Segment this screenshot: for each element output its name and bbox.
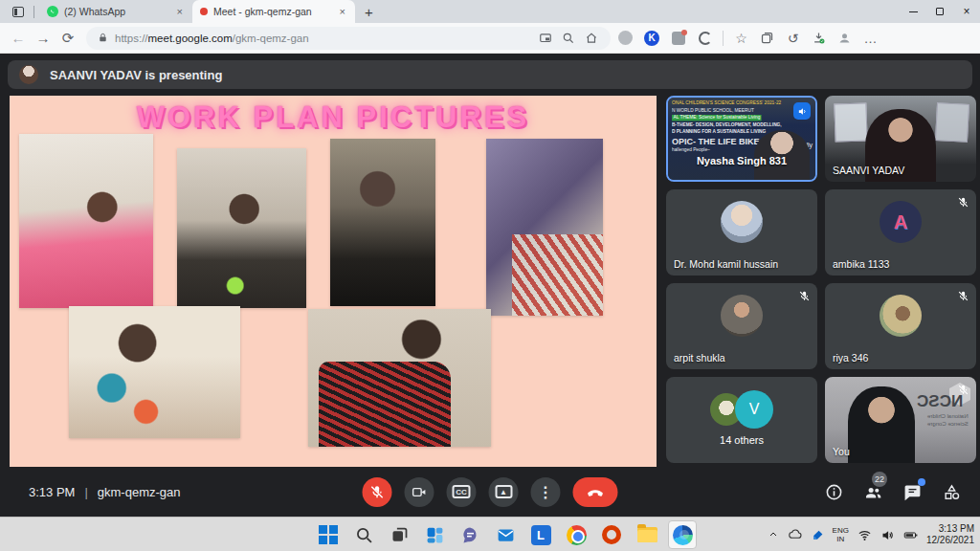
participant-name: riya 346: [833, 352, 868, 364]
others-count-label: 14 others: [666, 434, 817, 446]
taskbar-search-icon[interactable]: [349, 520, 378, 549]
backdrop-text: National Childre: [927, 413, 969, 419]
avatar: [721, 295, 763, 337]
recording-dot-icon: [200, 8, 208, 15]
overflow-avatars: V: [710, 390, 773, 429]
clock-text: 3:13 PM: [29, 485, 75, 499]
media-controls-icon[interactable]: [534, 28, 557, 49]
collections-icon[interactable]: [754, 26, 780, 51]
participant-tile-saanvi[interactable]: SAANVI YADAV: [825, 96, 976, 182]
widgets-icon[interactable]: [420, 520, 449, 549]
language-indicator[interactable]: ENG IN: [833, 526, 849, 543]
history-icon[interactable]: ↺: [780, 26, 806, 51]
divider: [723, 31, 724, 46]
extension-icon-k[interactable]: K: [639, 26, 664, 51]
zoom-icon[interactable]: [557, 28, 580, 49]
participant-tile-kamil[interactable]: Dr. Mohd kamil hussain: [666, 189, 817, 276]
close-window-button[interactable]: ×: [953, 0, 980, 23]
lock-icon: [98, 33, 108, 43]
mic-off-button[interactable]: [363, 477, 392, 507]
participant-tile-nyasha[interactable]: ONAL CHILDREN'S SCIENCE CONGRESS' 2021-2…: [666, 96, 817, 182]
taskbar-icons: L: [314, 518, 697, 551]
extension-icon-1[interactable]: [612, 26, 637, 51]
close-tab-icon[interactable]: ×: [175, 6, 185, 17]
slide-photo: [69, 306, 240, 438]
meeting-info: 3:13 PM | gkm-qemz-gan: [29, 485, 181, 499]
browser-menu-icon[interactable]: …: [858, 26, 883, 51]
meeting-code: gkm-qemz-gan: [98, 485, 181, 499]
new-tab-button[interactable]: +: [355, 4, 383, 20]
battery-icon[interactable]: [903, 528, 918, 542]
meet-panel-icons: 22: [822, 480, 963, 503]
call-controls: CC ▲ ⋮: [363, 477, 618, 507]
backdrop-text: Science Congre: [927, 421, 969, 427]
end-call-button[interactable]: [573, 477, 618, 507]
presenting-banner: SAANVI YADAV is presenting: [8, 60, 972, 89]
participant-name: ambika 1133: [833, 258, 889, 270]
chrome-icon[interactable]: [562, 520, 590, 549]
participant-tile-riya[interactable]: riya 346: [825, 283, 976, 369]
mic-off-icon: [955, 382, 970, 397]
l-app-icon[interactable]: L: [526, 520, 555, 549]
meeting-details-icon[interactable]: [822, 480, 845, 503]
activities-icon[interactable]: [940, 480, 963, 503]
pen-input-icon[interactable]: [812, 529, 824, 541]
browser-toolbar: ← → ⟳ https://meet.google.com/gkm-qemz-g…: [0, 23, 980, 54]
minimize-button[interactable]: [900, 0, 926, 23]
url-text: https://meet.google.com/gkm-qemz-gan: [115, 33, 309, 44]
home-settings-icon[interactable]: [580, 28, 603, 49]
slide-photo: [177, 148, 306, 308]
participants-count-badge: 22: [872, 472, 887, 487]
whatsapp-icon: [47, 6, 58, 17]
forward-icon[interactable]: →: [31, 26, 56, 51]
tab-title: Meet - gkm-qemz-gan: [213, 6, 338, 17]
extension-icon-3[interactable]: [693, 26, 718, 51]
refresh-icon[interactable]: ⟳: [56, 26, 80, 51]
task-view-icon[interactable]: [385, 520, 413, 549]
chat-icon[interactable]: [901, 480, 924, 503]
participant-name: SAANVI YADAV: [833, 165, 904, 176]
volume-icon[interactable]: [880, 528, 895, 542]
mic-off-icon: [955, 288, 970, 303]
divider: [33, 6, 34, 18]
file-explorer-icon[interactable]: [633, 520, 661, 549]
participants-icon[interactable]: 22: [861, 480, 884, 503]
maximize-button[interactable]: [926, 0, 953, 23]
wifi-icon[interactable]: [858, 528, 872, 542]
presenter-avatar: [19, 65, 38, 84]
favorites-star-icon[interactable]: ☆: [728, 26, 754, 51]
more-options-button[interactable]: ⋮: [531, 477, 561, 507]
tray-chevron-icon[interactable]: [768, 529, 779, 540]
teams-chat-icon[interactable]: [456, 520, 484, 549]
slide-photo: [486, 139, 603, 316]
presentation-slide[interactable]: WORK PLAN PICTURES: [10, 96, 657, 467]
participant-video: [848, 386, 915, 463]
participant-tile-ambika[interactable]: A ambika 1133: [825, 189, 976, 276]
slide-photo: [19, 134, 153, 308]
profile-avatar-icon[interactable]: [832, 26, 858, 51]
tab-whatsapp[interactable]: (2) WhatsApp ×: [39, 0, 192, 23]
back-icon[interactable]: ←: [6, 26, 31, 51]
participant-tile-others[interactable]: V 14 others: [666, 377, 817, 463]
extension-icon-2[interactable]: [666, 26, 691, 51]
captions-button[interactable]: CC: [447, 477, 477, 507]
participant-tile-you[interactable]: NCSC National Childre Science Congre You: [825, 377, 976, 463]
participant-tile-arpit[interactable]: arpit shukla: [666, 283, 817, 369]
taskbar-clock[interactable]: 3:13 PM 12/26/2021: [926, 523, 974, 546]
window-controls: ×: [900, 0, 980, 23]
edge-icon[interactable]: [668, 520, 697, 549]
camera-button[interactable]: [405, 477, 434, 507]
downloads-icon[interactable]: [806, 26, 832, 51]
tab-meet[interactable]: Meet - gkm-qemz-gan ×: [192, 0, 355, 23]
avatar: [880, 295, 922, 337]
onedrive-cloud-icon[interactable]: [788, 527, 803, 542]
mic-off-icon: [796, 288, 812, 303]
start-button[interactable]: [314, 520, 343, 549]
present-button[interactable]: ▲: [489, 477, 519, 507]
mail-icon[interactable]: [491, 520, 520, 549]
close-tab-icon[interactable]: ×: [338, 6, 347, 17]
address-bar[interactable]: https://meet.google.com/gkm-qemz-gan: [86, 27, 611, 50]
office-icon[interactable]: [597, 520, 626, 549]
vertical-tabs-icon[interactable]: [8, 3, 29, 20]
meet-app: SAANVI YADAV is presenting WORK PLAN PIC…: [0, 54, 980, 517]
